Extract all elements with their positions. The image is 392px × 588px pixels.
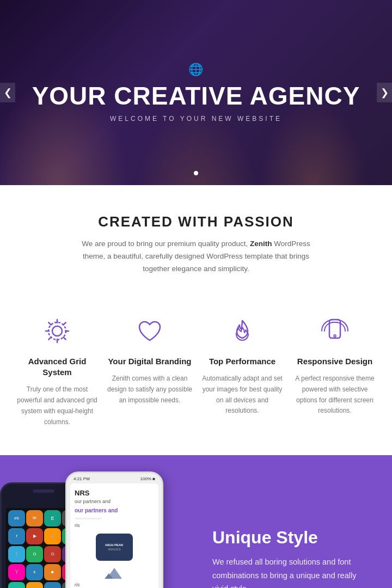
feature-digital-branding-title: Your Digital Branding: [108, 356, 191, 367]
passion-section: CREATED WITH PASSION We are proud to bri…: [0, 185, 392, 297]
feature-advanced-grid-desc: Truly one of the most powerful and advan…: [14, 384, 101, 427]
app-icon: [8, 582, 25, 589]
feature-top-performance: Top Performance Automatically adapt and …: [199, 314, 286, 416]
chevron-right-icon: ❯: [381, 87, 389, 99]
feature-top-performance-title: Top Performance: [209, 356, 275, 367]
screen-brand-name: ris: [75, 582, 154, 587]
app-icon: ★: [44, 528, 61, 544]
hero-subtitle: WELCOME TO YOUR NEW WEBSITE: [32, 115, 360, 122]
screen-partners-text: our partners and: [75, 499, 154, 504]
hero-section: ❮ 🌐 YOUR CREATIVE AGENCY WELCOME TO YOUR…: [0, 0, 392, 185]
purple-text-content: Unique Style We refused all boring solut…: [212, 526, 370, 588]
app-icon: k: [26, 564, 43, 580]
feature-advanced-grid-title: Advanced Grid System: [14, 356, 101, 378]
app-icon: [26, 582, 43, 589]
logo-text-line2: IMAGES: [108, 548, 120, 551]
heart-icon: [132, 314, 167, 348]
passion-title: CREATED WITH PASSION: [22, 213, 370, 230]
app-icon: t: [8, 546, 25, 562]
screen-purple-text: our partners and: [75, 507, 154, 513]
app-icon: G: [44, 546, 61, 562]
hero-next-button[interactable]: ❯: [377, 83, 392, 102]
flame-icon: [225, 314, 260, 348]
features-section: Advanced Grid System Truly one of the mo…: [0, 297, 392, 455]
app-icon: E: [44, 510, 61, 526]
unique-style-description: We refused all boring solutions and font…: [212, 555, 370, 588]
hero-content: 🌐 YOUR CREATIVE AGENCY WELCOME TO YOUR N…: [32, 63, 360, 123]
feature-top-performance-desc: Automatically adapt and set your images …: [199, 373, 286, 416]
feature-digital-branding: Your Digital Branding Zenith comes with …: [106, 314, 193, 406]
gear-icon: [40, 314, 75, 348]
app-icon: G: [26, 546, 43, 562]
unique-style-title: Unique Style: [212, 526, 370, 547]
app-icon: ✉: [26, 510, 43, 526]
phones-mockup: eb ✉ E ⚙ f ▶ ★ A t G G in Y k ■ in: [0, 455, 201, 589]
feature-digital-branding-desc: Zenith comes with a clean design to sati…: [106, 373, 193, 406]
phone-responsive-icon: [317, 314, 352, 348]
logo-text-line1: HIGH PEAK: [105, 543, 123, 547]
phone-white-screen: NRS our partners and our partners and ri…: [70, 483, 158, 589]
hero-prev-button[interactable]: ❮: [0, 83, 15, 102]
feature-responsive-design: Responsive Design A perfect responsive t…: [291, 314, 378, 416]
hero-dot-1[interactable]: [194, 171, 198, 175]
app-icon: eb: [8, 510, 25, 526]
purple-section: eb ✉ E ⚙ f ▶ ★ A t G G in Y k ■ in: [0, 455, 392, 589]
phone-white: 4:21 PM 100% ■ NRS our partners and our …: [65, 471, 163, 589]
app-icon: f: [8, 528, 25, 544]
hero-pagination: [194, 171, 198, 175]
mountain-icon: [103, 565, 125, 579]
app-icon: Y: [8, 564, 25, 580]
screen-sub-text: ris: [75, 523, 154, 528]
feature-responsive-design-desc: A perfect responsive theme powered with …: [291, 373, 378, 416]
app-icon: ■: [44, 564, 61, 580]
chevron-left-icon: ❮: [4, 87, 12, 99]
hero-title: YOUR CREATIVE AGENCY: [32, 82, 360, 110]
app-icon: [44, 582, 61, 589]
screen-nrs-label: NRS: [75, 489, 154, 497]
app-icon: ▶: [26, 528, 43, 544]
svg-point-3: [334, 335, 336, 337]
feature-advanced-grid: Advanced Grid System Truly one of the mo…: [14, 314, 101, 428]
screen-logo: HIGH PEAK IMAGES: [96, 534, 133, 561]
feature-responsive-design-title: Responsive Design: [297, 356, 372, 367]
svg-point-0: [52, 326, 62, 336]
globe-icon: 🌐: [32, 63, 360, 77]
passion-description: We are proud to bring our premium qualit…: [76, 238, 316, 275]
